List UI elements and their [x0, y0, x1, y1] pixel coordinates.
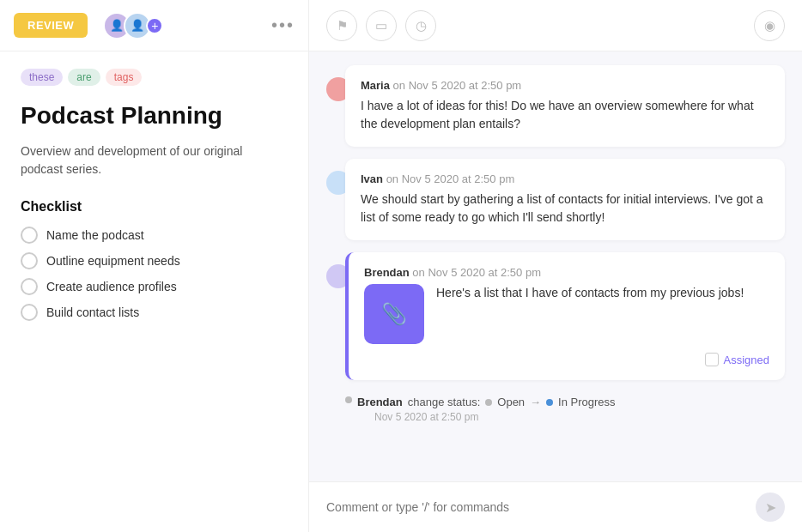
assigned-label: Assigned [724, 354, 769, 366]
checklist-items: Name the podcast Outline equipment needs… [21, 227, 288, 321]
top-right-bar: ⚑ ▭ ◷ ◉ [309, 0, 802, 51]
comment-timestamp-brendan: on Nov 5 2020 at 2:50 pm [412, 266, 541, 279]
comment-container-ivan: Ivan on Nov 5 2020 at 2:50 pm We should … [326, 159, 785, 240]
main-layout: these are tags Podcast Planning Overview… [0, 51, 802, 532]
comment-timestamp-maria: on Nov 5 2020 at 2:50 pm [393, 79, 522, 92]
tags-row: these are tags [21, 69, 288, 86]
comment-text-ivan: We should start by gathering a list of c… [361, 190, 769, 227]
comments-area: Maria on Nov 5 2020 at 2:50 pm I have a … [309, 51, 802, 481]
checkbox-0[interactable] [21, 227, 38, 244]
comment-card-maria: Maria on Nov 5 2020 at 2:50 pm I have a … [345, 65, 785, 147]
comment-text-brendan: Here's a list that I have of contacts fr… [436, 284, 744, 302]
comment-text-maria: I have a lot of ideas for this! Do we ha… [361, 97, 769, 133]
comment-header-brendan: Brendan on Nov 5 2020 at 2:50 pm [364, 266, 769, 279]
checklist-item-label: Outline equipment needs [46, 254, 180, 268]
comment-card-brendan: Brendan on Nov 5 2020 at 2:50 pm 📎 Here'… [345, 252, 785, 380]
comment-container-maria: Maria on Nov 5 2020 at 2:50 pm I have a … [326, 65, 785, 147]
comment-container-brendan: Brendan on Nov 5 2020 at 2:50 pm 📎 Here'… [326, 252, 785, 380]
add-avatar-button[interactable]: + [146, 17, 163, 34]
status-change-row: Brendan change status: Open → In Progres… [357, 396, 616, 408]
status-change: Brendan change status: Open → In Progres… [357, 392, 616, 426]
page-description: Overview and development of our original… [21, 142, 288, 178]
status-action: change status: [408, 396, 481, 408]
comment-author-ivan: Ivan [361, 172, 383, 185]
right-panel: Maria on Nov 5 2020 at 2:50 pm I have a … [309, 51, 802, 532]
review-button[interactable]: REVIEW [14, 13, 88, 38]
checklist-item-label: Build contact lists [46, 305, 139, 319]
status-author: Brendan [357, 396, 403, 408]
checklist-item-label: Name the podcast [46, 228, 144, 242]
arrow-icon: → [530, 396, 541, 408]
tag-are[interactable]: are [68, 69, 100, 86]
status-dot-inprogress [546, 399, 553, 406]
comment-author-brendan: Brendan [364, 266, 410, 279]
checkbox-1[interactable] [21, 252, 38, 269]
list-item: Name the podcast [21, 227, 288, 244]
page-title: Podcast Planning [21, 101, 288, 130]
assigned-row: Assigned [364, 353, 769, 366]
comment-header-ivan: Ivan on Nov 5 2020 at 2:50 pm [361, 172, 769, 185]
list-item: Create audience profiles [21, 278, 288, 295]
status-from: Open [497, 396, 525, 408]
status-timestamp: Nov 5 2020 at 2:50 pm [374, 411, 616, 423]
list-item: Build contact lists [21, 304, 288, 321]
assigned-checkbox[interactable] [705, 353, 719, 366]
comment-body-brendan: 📎 Here's a list that I have of contacts … [364, 284, 769, 344]
send-icon: ➤ [765, 499, 776, 516]
comment-timestamp-ivan: on Nov 5 2020 at 2:50 pm [386, 172, 515, 185]
checkbox-3[interactable] [21, 304, 38, 321]
status-dot-open [485, 399, 492, 406]
comment-input[interactable] [326, 500, 747, 514]
status-bullet [345, 396, 352, 403]
avatar-group: 👤 👤 + [103, 12, 163, 39]
card-icon[interactable]: ▭ [366, 10, 397, 41]
comment-author-maria: Maria [361, 79, 390, 92]
list-item: Outline equipment needs [21, 252, 288, 269]
send-button[interactable]: ➤ [756, 493, 785, 522]
tag-these[interactable]: these [21, 69, 63, 86]
flag-icon[interactable]: ⚑ [326, 10, 357, 41]
checkbox-2[interactable] [21, 278, 38, 295]
checklist-item-label: Create audience profiles [46, 280, 177, 293]
tag-tags[interactable]: tags [106, 69, 143, 86]
top-left-bar: REVIEW 👤 👤 + ••• [0, 0, 309, 51]
status-change-container: Brendan change status: Open → In Progres… [326, 392, 785, 426]
attachment-thumbnail[interactable]: 📎 [364, 284, 424, 344]
eye-icon[interactable]: ◉ [754, 10, 785, 41]
checklist-heading: Checklist [21, 199, 288, 215]
comment-header-maria: Maria on Nov 5 2020 at 2:50 pm [361, 79, 769, 92]
clock-icon[interactable]: ◷ [405, 10, 436, 41]
left-panel: these are tags Podcast Planning Overview… [0, 51, 309, 532]
comment-card-ivan: Ivan on Nov 5 2020 at 2:50 pm We should … [345, 159, 785, 240]
more-options-button[interactable]: ••• [271, 15, 295, 35]
status-to: In Progress [558, 396, 615, 408]
comment-input-area: ➤ [309, 481, 802, 532]
